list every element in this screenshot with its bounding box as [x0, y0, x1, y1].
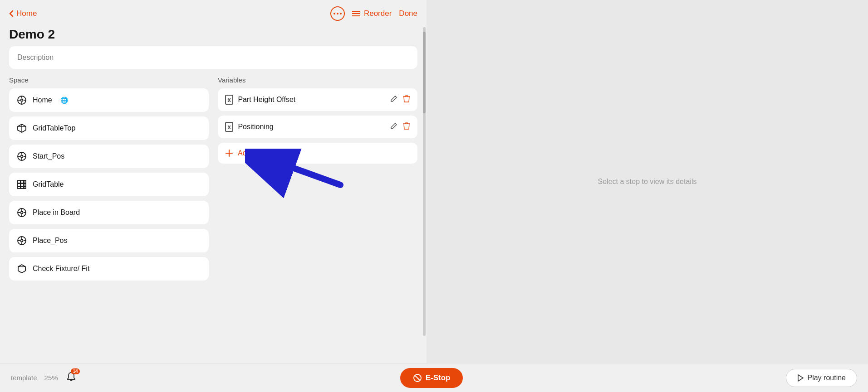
svg-marker-42	[18, 265, 25, 273]
globe-icon: 🌐	[60, 97, 68, 104]
space-item-start-pos[interactable]: Start_Pos	[9, 145, 209, 168]
estop-button[interactable]: E-Stop	[400, 368, 463, 388]
variable-name-part-height-offset: Part Height Offset	[238, 96, 295, 104]
header: Home Reorder	[0, 0, 427, 25]
scrollbar-thumb	[423, 32, 426, 113]
bottom-bar: template 25% 14 E-Stop Play routine	[0, 363, 868, 392]
variable-label-positioning: x Positioning	[225, 122, 386, 132]
delete-variable-part-height-offset[interactable]	[403, 95, 410, 105]
edit-variable-positioning[interactable]	[390, 122, 397, 131]
svg-rect-25	[21, 184, 24, 186]
hexagon-icon	[16, 263, 27, 274]
variables-column: Variables x Part Height Offset	[218, 76, 417, 363]
svg-marker-50	[798, 375, 803, 381]
space-item-gridtabletop-label: GridTableTop	[33, 124, 75, 132]
estop-label: E-Stop	[426, 373, 451, 382]
variable-actions-positioning	[390, 122, 410, 132]
play-icon	[797, 374, 804, 382]
crosshair-icon-4	[16, 235, 27, 246]
space-item-place-pos[interactable]: Place_Pos	[9, 229, 209, 252]
add-variable-label: Add variable	[238, 149, 278, 157]
space-label: Space	[9, 76, 209, 84]
header-actions: Reorder Done	[330, 6, 417, 21]
space-item-gridtable-label: GridTable	[33, 180, 64, 189]
crosshair-icon-2	[16, 151, 27, 162]
template-label: template	[11, 374, 37, 382]
home-label: Home	[16, 9, 37, 18]
bottom-left: template 25% 14	[11, 371, 77, 385]
cube-icon	[16, 123, 27, 134]
reorder-icon	[352, 10, 360, 17]
plus-icon	[225, 149, 233, 157]
svg-point-2	[340, 13, 342, 15]
scrollbar[interactable]	[423, 27, 426, 336]
svg-rect-22	[21, 180, 24, 183]
svg-point-16	[21, 155, 23, 158]
space-item-check-fixture-label: Check Fixture/ Fit	[33, 265, 89, 273]
space-item-check-fixture[interactable]: Check Fixture/ Fit	[9, 257, 209, 281]
variable-item-part-height-offset: x Part Height Offset	[218, 88, 417, 111]
variable-type-icon-2: x	[225, 122, 233, 132]
space-column: Space	[9, 76, 209, 363]
delete-variable-positioning[interactable]	[403, 122, 410, 132]
variable-item-positioning: x Positioning	[218, 116, 417, 138]
done-button[interactable]: Done	[399, 9, 417, 18]
svg-point-31	[21, 212, 23, 214]
page-title: Demo 2	[9, 27, 417, 42]
svg-rect-29	[24, 187, 26, 189]
home-link[interactable]: Home	[9, 9, 37, 18]
right-panel: Select a step to view its details	[427, 0, 868, 363]
crosshair-icon-3	[16, 207, 27, 218]
edit-variable-part-height-offset[interactable]	[390, 95, 397, 104]
space-item-home-label: Home	[33, 96, 52, 104]
notifications-button[interactable]: 14	[65, 371, 77, 385]
variable-actions-part-height-offset	[390, 95, 410, 105]
space-item-start-pos-label: Start_Pos	[33, 152, 64, 160]
variables-label: Variables	[218, 76, 417, 84]
space-item-home[interactable]: Home 🌐	[9, 88, 209, 112]
description-input[interactable]	[9, 46, 417, 69]
space-item-place-in-board-label: Place in Board	[33, 208, 80, 217]
variable-name-positioning: Positioning	[238, 123, 273, 131]
bell-badge: 14	[71, 368, 79, 374]
ellipsis-icon	[333, 13, 342, 15]
stop-icon	[413, 373, 422, 382]
crosshair-icon	[16, 95, 27, 106]
chevron-left-icon	[9, 10, 14, 17]
reorder-label: Reorder	[364, 9, 392, 18]
svg-point-37	[21, 240, 23, 242]
reorder-button[interactable]: Reorder	[352, 9, 392, 18]
two-col-section: Space	[0, 76, 427, 363]
space-item-place-pos-label: Place_Pos	[33, 237, 68, 245]
svg-point-7	[21, 99, 23, 102]
play-routine-button[interactable]: Play routine	[786, 369, 857, 387]
variable-label-part-height-offset: x Part Height Offset	[225, 95, 386, 105]
svg-rect-21	[18, 180, 20, 183]
svg-point-0	[333, 13, 335, 15]
svg-rect-28	[21, 187, 24, 189]
svg-rect-26	[24, 184, 26, 186]
variable-type-icon: x	[225, 95, 233, 105]
description-section	[0, 46, 427, 76]
svg-line-49	[415, 376, 420, 380]
space-list: Home 🌐 GridTableTop	[9, 88, 209, 285]
play-routine-label: Play routine	[807, 374, 846, 382]
svg-rect-27	[18, 187, 20, 189]
svg-rect-24	[18, 184, 20, 186]
space-item-gridtable[interactable]: GridTable	[9, 173, 209, 196]
space-item-gridtabletop[interactable]: GridTableTop	[9, 116, 209, 140]
space-item-place-in-board[interactable]: Place in Board	[9, 201, 209, 224]
more-button[interactable]	[330, 6, 345, 21]
right-panel-placeholder: Select a step to view its details	[598, 178, 697, 186]
percent-label: 25%	[44, 374, 58, 382]
svg-rect-23	[24, 180, 26, 183]
svg-point-1	[337, 13, 338, 15]
grid-icon	[16, 179, 27, 190]
page-title-section: Demo 2	[0, 25, 427, 46]
add-variable-button[interactable]: Add variable	[218, 143, 417, 164]
